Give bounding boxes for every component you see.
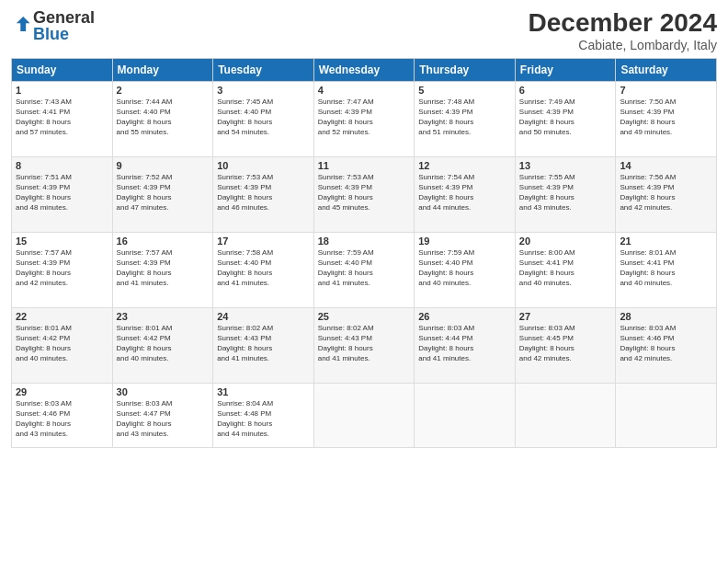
table-row: 15Sunrise: 7:57 AM Sunset: 4:39 PM Dayli…	[12, 232, 113, 307]
day-number: 23	[117, 311, 210, 322]
table-row: 14Sunrise: 7:56 AM Sunset: 4:39 PM Dayli…	[616, 156, 717, 232]
day-number: 1	[16, 85, 108, 96]
day-number: 26	[418, 311, 511, 322]
day-info: Sunrise: 8:01 AM Sunset: 4:42 PM Dayligh…	[117, 323, 210, 364]
day-info: Sunrise: 8:03 AM Sunset: 4:44 PM Dayligh…	[418, 323, 511, 364]
day-info: Sunrise: 8:03 AM Sunset: 4:45 PM Dayligh…	[519, 323, 612, 364]
table-row: 30Sunrise: 8:03 AM Sunset: 4:47 PM Dayli…	[112, 383, 213, 447]
day-info: Sunrise: 7:56 AM Sunset: 4:39 PM Dayligh…	[620, 172, 712, 213]
table-row	[313, 383, 415, 447]
day-number: 27	[519, 311, 612, 322]
day-info: Sunrise: 7:47 AM Sunset: 4:39 PM Dayligh…	[318, 97, 411, 138]
day-number: 30	[117, 386, 210, 397]
table-row: 25Sunrise: 8:02 AM Sunset: 4:43 PM Dayli…	[313, 307, 415, 383]
day-info: Sunrise: 7:59 AM Sunset: 4:40 PM Dayligh…	[318, 247, 411, 289]
day-info: Sunrise: 7:51 AM Sunset: 4:39 PM Dayligh…	[16, 172, 108, 213]
calendar-table: Sunday Monday Tuesday Wednesday Thursday…	[11, 58, 717, 448]
day-info: Sunrise: 7:57 AM Sunset: 4:39 PM Dayligh…	[117, 247, 210, 289]
day-number: 17	[217, 236, 310, 247]
logo-icon	[11, 14, 31, 34]
table-row: 3Sunrise: 7:45 AM Sunset: 4:40 PM Daylig…	[213, 81, 314, 156]
day-info: Sunrise: 8:04 AM Sunset: 4:48 PM Dayligh…	[217, 398, 310, 440]
table-row: 31Sunrise: 8:04 AM Sunset: 4:48 PM Dayli…	[213, 383, 314, 447]
day-number: 21	[620, 236, 712, 247]
table-row: 16Sunrise: 7:57 AM Sunset: 4:39 PM Dayli…	[112, 232, 213, 307]
day-number: 4	[318, 85, 411, 96]
svg-marker-0	[17, 17, 30, 31]
table-row: 4Sunrise: 7:47 AM Sunset: 4:39 PM Daylig…	[313, 81, 415, 156]
table-row: 23Sunrise: 8:01 AM Sunset: 4:42 PM Dayli…	[112, 307, 213, 383]
day-info: Sunrise: 7:59 AM Sunset: 4:40 PM Dayligh…	[418, 247, 511, 289]
day-number: 20	[519, 236, 612, 247]
day-number: 22	[16, 311, 108, 322]
day-number: 12	[418, 160, 511, 171]
table-row: 20Sunrise: 8:00 AM Sunset: 4:41 PM Dayli…	[515, 232, 616, 307]
page-header: General Blue December 2024 Cabiate, Lomb…	[11, 9, 717, 52]
table-row: 2Sunrise: 7:44 AM Sunset: 4:40 PM Daylig…	[112, 81, 213, 156]
day-number: 13	[519, 160, 612, 171]
table-row: 12Sunrise: 7:54 AM Sunset: 4:39 PM Dayli…	[415, 156, 516, 232]
day-info: Sunrise: 7:50 AM Sunset: 4:39 PM Dayligh…	[620, 97, 712, 138]
table-row: 19Sunrise: 7:59 AM Sunset: 4:40 PM Dayli…	[415, 232, 516, 307]
day-info: Sunrise: 8:03 AM Sunset: 4:46 PM Dayligh…	[16, 398, 108, 440]
logo: General Blue	[11, 9, 95, 42]
table-row: 24Sunrise: 8:02 AM Sunset: 4:43 PM Dayli…	[213, 307, 314, 383]
day-info: Sunrise: 8:01 AM Sunset: 4:41 PM Dayligh…	[620, 247, 712, 289]
day-number: 7	[620, 85, 712, 96]
col-thursday: Thursday	[415, 58, 516, 81]
table-row: 11Sunrise: 7:53 AM Sunset: 4:39 PM Dayli…	[313, 156, 415, 232]
day-number: 31	[217, 386, 310, 397]
table-row: 26Sunrise: 8:03 AM Sunset: 4:44 PM Dayli…	[415, 307, 516, 383]
day-info: Sunrise: 7:43 AM Sunset: 4:41 PM Dayligh…	[16, 97, 108, 138]
day-info: Sunrise: 7:48 AM Sunset: 4:39 PM Dayligh…	[418, 97, 511, 138]
table-row: 22Sunrise: 8:01 AM Sunset: 4:42 PM Dayli…	[12, 307, 113, 383]
day-number: 3	[217, 85, 310, 96]
table-row: 1Sunrise: 7:43 AM Sunset: 4:41 PM Daylig…	[12, 81, 113, 156]
table-row: 27Sunrise: 8:03 AM Sunset: 4:45 PM Dayli…	[515, 307, 616, 383]
day-info: Sunrise: 8:01 AM Sunset: 4:42 PM Dayligh…	[16, 323, 108, 364]
col-monday: Monday	[112, 58, 213, 81]
day-number: 10	[217, 160, 310, 171]
day-number: 8	[16, 160, 108, 171]
day-number: 6	[519, 85, 612, 96]
day-number: 15	[16, 236, 108, 247]
day-info: Sunrise: 8:02 AM Sunset: 4:43 PM Dayligh…	[217, 323, 310, 364]
table-row	[515, 383, 616, 447]
day-number: 5	[418, 85, 511, 96]
col-saturday: Saturday	[616, 58, 717, 81]
col-wednesday: Wednesday	[313, 58, 415, 81]
logo-blue-text: Blue	[33, 25, 69, 43]
location: Cabiate, Lombardy, Italy	[529, 38, 717, 52]
day-number: 19	[418, 236, 511, 247]
day-number: 24	[217, 311, 310, 322]
calendar-header-row: Sunday Monday Tuesday Wednesday Thursday…	[12, 58, 717, 81]
col-tuesday: Tuesday	[213, 58, 314, 81]
day-number: 14	[620, 160, 712, 171]
table-row: 17Sunrise: 7:58 AM Sunset: 4:40 PM Dayli…	[213, 232, 314, 307]
table-row	[415, 383, 516, 447]
day-info: Sunrise: 7:58 AM Sunset: 4:40 PM Dayligh…	[217, 247, 310, 289]
table-row: 7Sunrise: 7:50 AM Sunset: 4:39 PM Daylig…	[616, 81, 717, 156]
day-info: Sunrise: 7:45 AM Sunset: 4:40 PM Dayligh…	[217, 97, 310, 138]
col-sunday: Sunday	[12, 58, 113, 81]
day-info: Sunrise: 7:54 AM Sunset: 4:39 PM Dayligh…	[418, 172, 511, 213]
table-row: 10Sunrise: 7:53 AM Sunset: 4:39 PM Dayli…	[213, 156, 314, 232]
day-info: Sunrise: 7:52 AM Sunset: 4:39 PM Dayligh…	[117, 172, 210, 213]
table-row: 21Sunrise: 8:01 AM Sunset: 4:41 PM Dayli…	[616, 232, 717, 307]
day-info: Sunrise: 7:55 AM Sunset: 4:39 PM Dayligh…	[519, 172, 612, 213]
table-row: 5Sunrise: 7:48 AM Sunset: 4:39 PM Daylig…	[415, 81, 516, 156]
day-info: Sunrise: 7:49 AM Sunset: 4:39 PM Dayligh…	[519, 97, 612, 138]
day-number: 2	[117, 85, 210, 96]
day-info: Sunrise: 7:53 AM Sunset: 4:39 PM Dayligh…	[318, 172, 411, 213]
day-info: Sunrise: 7:53 AM Sunset: 4:39 PM Dayligh…	[217, 172, 310, 213]
day-info: Sunrise: 7:57 AM Sunset: 4:39 PM Dayligh…	[16, 247, 108, 289]
table-row	[616, 383, 717, 447]
day-number: 29	[16, 386, 108, 397]
table-row: 18Sunrise: 7:59 AM Sunset: 4:40 PM Dayli…	[313, 232, 415, 307]
day-number: 9	[117, 160, 210, 171]
day-number: 18	[318, 236, 411, 247]
day-info: Sunrise: 8:03 AM Sunset: 4:47 PM Dayligh…	[117, 398, 210, 440]
table-row: 28Sunrise: 8:03 AM Sunset: 4:46 PM Dayli…	[616, 307, 717, 383]
col-friday: Friday	[515, 58, 616, 81]
day-number: 16	[117, 236, 210, 247]
